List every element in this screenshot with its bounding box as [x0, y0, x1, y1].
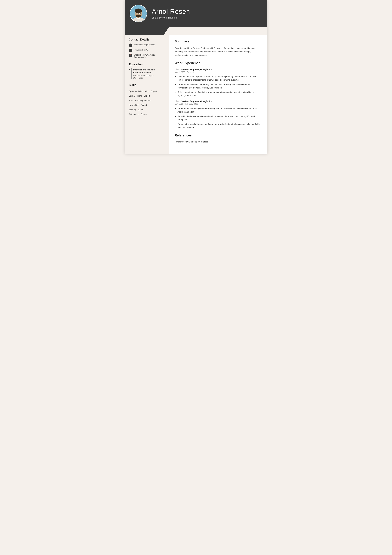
svg-point-14	[138, 15, 139, 15]
summary-title: Summary	[175, 40, 262, 44]
references-title: References	[175, 134, 262, 138]
job-title: Linux System Engineer, Google, Inc.	[175, 100, 262, 102]
phone-text: (752) 322 7291	[134, 49, 148, 51]
job-date: May 2021 - February 2023	[175, 103, 262, 105]
references-text: References available upon request	[175, 141, 262, 143]
resume-document: Arnol Rosen Linux System Engineer Contac…	[125, 0, 267, 154]
sidebar: Contact Details ✉ arnolrosen@gmail.com 📞…	[125, 35, 169, 154]
job-bullet-item: Solid understanding of scripting languag…	[178, 90, 262, 97]
svg-point-9	[137, 14, 137, 14]
phone-icon: 📞	[129, 49, 132, 52]
skill-item: Bash Scripting - Expert	[129, 94, 165, 98]
references-section: References References available upon req…	[175, 134, 262, 143]
address-item: 📍 West Theotown, 76229, Pennsylvania	[129, 54, 165, 58]
candidate-name: Arnol Rosen	[152, 8, 190, 15]
body-layout: Contact Details ✉ arnolrosen@gmail.com 📞…	[125, 35, 267, 154]
svg-marker-15	[125, 27, 169, 35]
skills-section: Skills System Administration - ExpertBas…	[129, 83, 165, 117]
skill-item: Security - Expert	[129, 107, 165, 112]
address-text: West Theotown, 76229, Pennsylvania	[134, 54, 156, 58]
education-item: Bachelor of Science in Computer Science …	[129, 68, 165, 79]
email-icon: ✉	[129, 44, 132, 47]
job-bullet-item: Fluent in the installation and configura…	[178, 122, 262, 129]
candidate-title: Linux System Engineer	[152, 16, 190, 19]
work-section: Work Experience Linux System Engineer, G…	[175, 61, 262, 129]
skill-item: Automation - Expert	[129, 112, 165, 117]
edu-years: 2017 - 2021	[133, 77, 165, 79]
education-section: Education Bachelor of Science in Compute…	[129, 63, 165, 79]
skill-item: System Administration - Expert	[129, 89, 165, 94]
job-bullets: Over five years of experience in Linux s…	[175, 75, 262, 97]
email-link[interactable]: arnolrosen@gmail.com	[134, 44, 155, 46]
svg-point-5	[135, 8, 142, 13]
contact-section: Contact Details ✉ arnolrosen@gmail.com 📞…	[129, 38, 165, 58]
job-bullet-item: Experienced in managing and deploying we…	[178, 107, 262, 114]
chevron-shape	[125, 27, 169, 35]
job-date: March 2023 - Present	[175, 71, 262, 73]
edu-degree: Bachelor of Science in Computer Science	[133, 68, 165, 74]
phone-item: 📞 (752) 322 7291	[129, 49, 165, 52]
avatar	[130, 5, 147, 22]
summary-text: Experienced Linux System Engineer with 5…	[175, 47, 262, 57]
svg-point-10	[140, 14, 140, 14]
education-title: Education	[129, 63, 165, 66]
skill-item: Networking - Expert	[129, 103, 165, 107]
header-section: Arnol Rosen Linux System Engineer	[125, 0, 267, 27]
job-title: Linux System Engineer, Google, Inc.	[175, 68, 262, 71]
job-item: Linux System Engineer, Google, Inc.May 2…	[175, 100, 262, 129]
header-text: Arnol Rosen Linux System Engineer	[152, 8, 190, 19]
job-bullets: Experienced in managing and deploying we…	[175, 107, 262, 129]
main-content: Summary Experienced Linux System Enginee…	[169, 35, 267, 154]
edu-bullet	[129, 69, 130, 70]
job-bullet-item: Experienced in networking and system sec…	[178, 83, 262, 89]
work-title: Work Experience	[175, 61, 262, 66]
skills-title: Skills	[129, 83, 165, 87]
job-bullet-item: Skilled in the implementation and mainte…	[178, 115, 262, 121]
jobs-list: Linux System Engineer, Google, Inc.March…	[175, 68, 262, 129]
chevron-divider	[125, 27, 267, 35]
job-item: Linux System Engineer, Google, Inc.March…	[175, 68, 262, 97]
edu-content: Bachelor of Science in Computer Science …	[131, 68, 165, 79]
skill-item: Troubleshooting - Expert	[129, 98, 165, 103]
edu-school: University of Washington	[133, 74, 165, 77]
skills-list: System Administration - ExpertBash Scrip…	[129, 89, 165, 117]
location-icon: 📍	[129, 54, 132, 57]
summary-section: Summary Experienced Linux System Enginee…	[175, 40, 262, 57]
contact-title: Contact Details	[129, 38, 165, 41]
job-bullet-item: Over five years of experience in Linux s…	[178, 75, 262, 82]
email-item: ✉ arnolrosen@gmail.com	[129, 44, 165, 47]
